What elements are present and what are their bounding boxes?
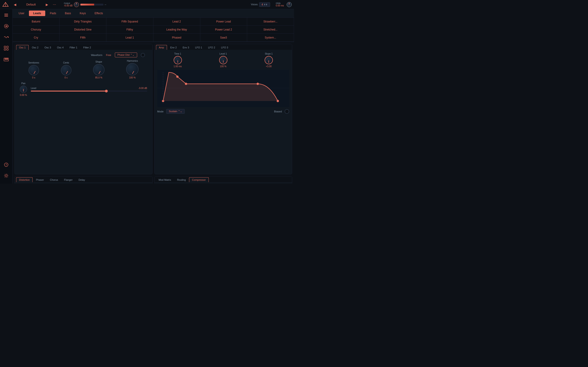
preset-phased[interactable]: Phased [153,34,200,42]
tab-mod-matrix[interactable]: Mod Matrix [156,177,174,182]
free-toggle[interactable] [141,53,145,57]
menu-button[interactable]: ⋯ [52,2,57,7]
tab-filter2[interactable]: Filter 2 [81,45,94,50]
glide-label: Glide [276,2,284,4]
cents-value: 0 c [65,76,68,79]
level1-knob[interactable] [219,56,227,64]
sidebar-icon-help[interactable]: ? [2,161,10,168]
tab-flanger[interactable]: Flanger [61,177,75,182]
level1-label: Level 1 [220,52,227,55]
glide-section: Glide 0.00 ms [276,2,292,7]
svg-rect-12 [7,49,8,50]
tab-env2[interactable]: Env 2 [167,45,179,50]
sidebar-icon-matrix[interactable] [2,44,10,52]
shape-knob[interactable] [93,64,104,75]
waveform-label: Waveform [91,54,103,56]
slope1-knob[interactable] [265,56,273,64]
preset-batumi[interactable]: Batumi [13,18,60,26]
mod-tabs: Mod Matrix Routing Compressor [155,176,292,182]
svg-rect-15 [6,58,7,60]
tab-filter1[interactable]: Filter 1 [67,45,80,50]
pan-label: Pan [21,82,26,85]
tab-lfo1[interactable]: LFO 1 [192,45,205,50]
level-slider-thumb[interactable] [105,90,108,92]
tab-lfo2[interactable]: LFO 2 [205,45,218,50]
main-content: User Leads Pads Bass Keys Effects Batumi… [13,9,294,184]
sidebar-icon-oscillator[interactable] [2,23,10,30]
svg-point-26 [257,83,259,85]
pan-knob-group: Pan 0.00 % [20,82,27,96]
preset-power-lead2[interactable]: Power Lead 2 [200,26,247,34]
sidebar-icon-menu[interactable] [2,11,10,19]
slope1-value: +3.00 [266,65,271,68]
output-knob[interactable] [74,2,79,7]
prev-preset-button[interactable]: ◀ [12,2,18,7]
tab-distortion[interactable]: Distortion [16,177,33,182]
preset-power-lead[interactable]: Power Lead [200,18,247,26]
cents-knob-group: Cents 0 c [61,61,71,79]
preset-lead2[interactable]: Lead 2 [153,18,200,26]
output-meter [80,4,103,6]
next-preset-button[interactable]: ▶ [44,2,50,7]
tab-osc2[interactable]: Osc 2 [29,45,41,50]
compressor-panel: Mod Matrix Routing Compressor Make Up 0.… [154,176,292,184]
tab-osc1[interactable]: Osc 1 [16,45,29,50]
preset-fifth[interactable]: Fifth [60,34,106,42]
svg-text:?: ? [6,163,7,167]
preset-saw3[interactable]: Saw3 [200,34,247,42]
sidebar-icon-settings[interactable] [2,172,10,179]
preset-dirty-triangles[interactable]: Dirty Triangles [60,18,106,26]
svg-rect-10 [7,46,8,48]
tab-bass[interactable]: Bass [61,10,75,16]
glide-knob[interactable] [287,2,292,7]
voices-section: Voices 4 ⬆⬇ [251,2,270,7]
time1-knob[interactable] [174,56,182,64]
tab-amp[interactable]: Amp [156,45,167,50]
tab-effects[interactable]: Effects [90,10,107,16]
output-db: -6.00 dB [64,4,73,7]
tab-phaser[interactable]: Phaser [33,177,47,182]
biased-toggle[interactable] [285,109,289,114]
preset-filthy[interactable]: Filthy [106,26,153,34]
sidebar-icon-modulation[interactable] [2,33,10,41]
tab-pads[interactable]: Pads [46,10,60,16]
semitones-knob[interactable] [28,65,39,75]
voices-control[interactable]: 4 ⬆⬇ [259,2,270,7]
tab-osc4[interactable]: Osc 4 [54,45,66,50]
preset-system[interactable]: System... [247,34,294,42]
cents-knob[interactable] [61,65,71,75]
preset-distorted-sine[interactable]: Distorted Sine [60,26,106,34]
harmonics-knob[interactable] [126,63,138,75]
preset-stretched[interactable]: Stretched... [247,26,294,34]
env-controls: Time 1 1.00 ms Level 1 100 % Slope 1 +3.… [157,52,289,68]
preset-lead1[interactable]: Lead 1 [106,34,153,42]
harmonics-value: 100 % [129,76,136,79]
tab-compressor[interactable]: Compressor [189,177,209,182]
osc-panel: Osc 1 Osc 2 Osc 3 Osc 4 Filter 1 Filter … [15,44,153,174]
tab-keys[interactable]: Keys [76,10,90,16]
tab-user[interactable]: User [15,10,28,16]
preset-strawberry[interactable]: Strawberr... [247,18,294,26]
level-slider[interactable] [31,91,147,92]
amp-panel: Amp Env 2 Env 3 LFO 1 LFO 2 LFO 3 Time 1… [154,44,292,174]
preset-fifth-squared[interactable]: Fifth Squared [106,18,153,26]
tab-routing[interactable]: Routing [174,177,189,182]
tab-lfo3[interactable]: LFO 3 [218,45,231,50]
preset-chorusy[interactable]: Chorusy [13,26,60,34]
sidebar-icon-keyboard[interactable] [2,56,10,63]
tab-delay[interactable]: Delay [76,177,88,182]
osc-tabs: Osc 1 Osc 2 Osc 3 Osc 4 Filter 1 Filter … [15,44,152,50]
tab-chorus[interactable]: Chorus [47,177,61,182]
tab-osc3[interactable]: Osc 3 [42,45,54,50]
preset-leading-the-way[interactable]: Leading the Way [153,26,200,34]
tab-leads[interactable]: Leads [29,10,45,16]
mode-dropdown[interactable]: Sustain ⌃⌄ [166,109,185,114]
svg-rect-14 [5,58,6,60]
top-bar: ◀ Default ▶ ⋯ Output -6.00 dB -- Voices … [0,0,294,9]
preset-cry[interactable]: Cry [13,34,60,42]
waveform-row: Waveform Free Phase Dist ⌃⌄ [17,52,149,57]
tab-env3[interactable]: Env 3 [180,45,192,50]
time1-label: Time 1 [174,52,181,55]
pan-knob[interactable] [20,85,27,93]
phase-dist-button[interactable]: Phase Dist ⌃⌄ [115,52,137,57]
